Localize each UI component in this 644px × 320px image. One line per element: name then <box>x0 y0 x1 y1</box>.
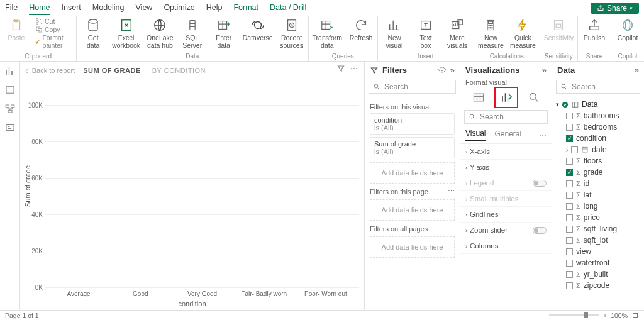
fit-page-icon[interactable] <box>631 312 639 319</box>
zoom-out-icon[interactable]: − <box>541 312 545 319</box>
transform-data-button[interactable]: Transform data <box>313 18 342 49</box>
menu-view[interactable]: View <box>136 1 153 15</box>
dataverse-button[interactable]: Dataverse <box>243 18 273 41</box>
filters-search[interactable]: Search <box>369 80 456 94</box>
more-icon[interactable]: ⋯ <box>350 64 359 73</box>
excel-workbook-button[interactable]: Excel workbook <box>112 18 140 49</box>
viz-row-columns[interactable]: ›Columns <box>460 238 552 254</box>
publish-button[interactable]: Publish <box>582 18 607 41</box>
filter-card-sumgrade[interactable]: Sum of gradeis (All) <box>370 137 455 158</box>
zoom-control[interactable]: − + 100% <box>541 312 639 319</box>
table-view-icon[interactable] <box>4 84 16 96</box>
section-more-icon[interactable]: ⋯ <box>448 102 455 111</box>
checkbox[interactable] <box>566 271 573 278</box>
filter-drop-visual[interactable]: Add data fields here <box>370 162 455 184</box>
checkbox[interactable] <box>566 113 573 119</box>
copilot-button[interactable]: Copilot <box>615 18 640 41</box>
menu-format[interactable]: Format <box>233 1 258 15</box>
checkbox[interactable] <box>566 158 573 165</box>
viz-search[interactable]: Search <box>464 110 548 124</box>
text-box-button[interactable]: Text box <box>413 18 438 49</box>
field-sqft_lot[interactable]: Σsqft_lot <box>556 234 640 246</box>
checkbox[interactable] <box>566 282 573 289</box>
checkbox[interactable] <box>566 214 573 221</box>
report-canvas[interactable]: ⋯ ‹ Back to report SUM OF GRADE BY CONDI… <box>20 62 365 310</box>
back-chevron-icon[interactable]: ‹ <box>25 65 28 75</box>
collapse-icon[interactable]: » <box>635 65 639 75</box>
filter-icon[interactable] <box>336 64 345 73</box>
checkbox[interactable]: ✓ <box>566 135 573 142</box>
viz-tab-visual[interactable]: Visual <box>465 129 486 141</box>
filter-drop-page[interactable]: Add data fields here <box>370 199 455 221</box>
field-waterfront[interactable]: waterfront <box>556 257 640 268</box>
checkbox[interactable] <box>566 237 573 244</box>
model-view-icon[interactable] <box>4 103 16 114</box>
viz-row-y-axis[interactable]: ›Y-axis <box>460 160 552 175</box>
onelake-button[interactable]: OneLake data hub <box>147 18 174 49</box>
section-more-icon[interactable]: ⋯ <box>448 187 455 196</box>
checkbox[interactable] <box>566 226 573 233</box>
field-bathrooms[interactable]: Σbathrooms <box>556 110 640 121</box>
field-grade[interactable]: ✓Σgrade <box>556 167 640 178</box>
analytics-icon[interactable] <box>525 90 543 105</box>
field-view[interactable]: view <box>556 246 640 257</box>
dax-view-icon[interactable] <box>4 122 16 133</box>
field-condition[interactable]: ✓condition <box>556 133 640 144</box>
data-search[interactable]: Search <box>556 80 640 94</box>
menu-modeling[interactable]: Modeling <box>92 1 125 15</box>
viz-row-x-axis[interactable]: ›X-axis <box>460 144 552 160</box>
checkbox[interactable] <box>566 248 573 255</box>
field-floors[interactable]: Σfloors <box>556 155 640 167</box>
format-painter-button[interactable]: Format painter <box>35 34 72 49</box>
zoom-in-icon[interactable]: + <box>603 312 607 319</box>
checkbox[interactable] <box>566 180 573 187</box>
field-date[interactable]: ›date <box>556 144 640 155</box>
checkbox[interactable] <box>566 203 573 210</box>
menu-data-drill[interactable]: Data / Drill <box>270 1 306 15</box>
copy-button[interactable]: Copy <box>35 26 72 33</box>
menu-help[interactable]: Help <box>206 1 223 15</box>
recent-sources-button[interactable]: Recent sources <box>279 18 304 49</box>
build-visual-icon[interactable] <box>470 90 487 105</box>
checkbox[interactable] <box>566 192 573 199</box>
viz-row-gridlines[interactable]: ›Gridlines <box>460 207 552 223</box>
cut-button[interactable]: Cut <box>35 18 72 25</box>
collapse-icon[interactable]: » <box>450 65 455 75</box>
checkbox[interactable]: ✓ <box>566 169 573 176</box>
viz-tab-general[interactable]: General <box>494 130 521 140</box>
tab-more-icon[interactable]: ⋯ <box>539 131 547 140</box>
refresh-button[interactable]: Refresh <box>348 18 374 41</box>
viz-row-zoom-slider[interactable]: ›Zoom slider <box>460 223 552 238</box>
quick-measure-button[interactable]: Quick measure <box>510 18 536 49</box>
menu-insert[interactable]: Insert <box>62 1 81 15</box>
field-lat[interactable]: Σlat <box>556 189 640 201</box>
table-node[interactable]: ▾ Data <box>556 99 640 110</box>
sensitivity-button[interactable]: Sensitivity <box>544 18 574 41</box>
back-to-report[interactable]: Back to report <box>32 67 75 74</box>
zoom-slider[interactable] <box>549 314 599 316</box>
menu-home[interactable]: Home <box>29 1 50 15</box>
get-data-button[interactable]: Get data <box>80 18 106 49</box>
toggle[interactable] <box>533 227 547 234</box>
field-id[interactable]: Σid <box>556 178 640 189</box>
menu-file[interactable]: File <box>5 1 18 15</box>
checkbox[interactable] <box>571 146 578 153</box>
format-visual-icon[interactable] <box>497 90 515 105</box>
menu-optimize[interactable]: Optimize <box>164 1 194 15</box>
field-price[interactable]: Σprice <box>556 212 640 223</box>
field-long[interactable]: Σlong <box>556 201 640 212</box>
collapse-icon[interactable]: » <box>542 65 547 75</box>
field-zipcode[interactable]: Σzipcode <box>556 280 640 291</box>
checkbox[interactable] <box>566 260 573 267</box>
paste-button[interactable]: Paste <box>4 18 29 41</box>
share-button[interactable]: Share▾ <box>591 3 639 14</box>
filter-card-condition[interactable]: conditionis (All) <box>370 113 455 135</box>
enter-data-button[interactable]: Enter data <box>211 18 236 49</box>
field-bedrooms[interactable]: Σbedrooms <box>556 121 640 133</box>
new-measure-button[interactable]: New measure <box>478 18 504 49</box>
field-sqft_living[interactable]: Σsqft_living <box>556 223 640 234</box>
new-visual-button[interactable]: New visual <box>382 18 407 49</box>
section-more-icon[interactable]: ⋯ <box>448 224 455 233</box>
filter-drop-all[interactable]: Add data fields here <box>370 236 455 258</box>
eye-icon[interactable] <box>438 65 447 74</box>
